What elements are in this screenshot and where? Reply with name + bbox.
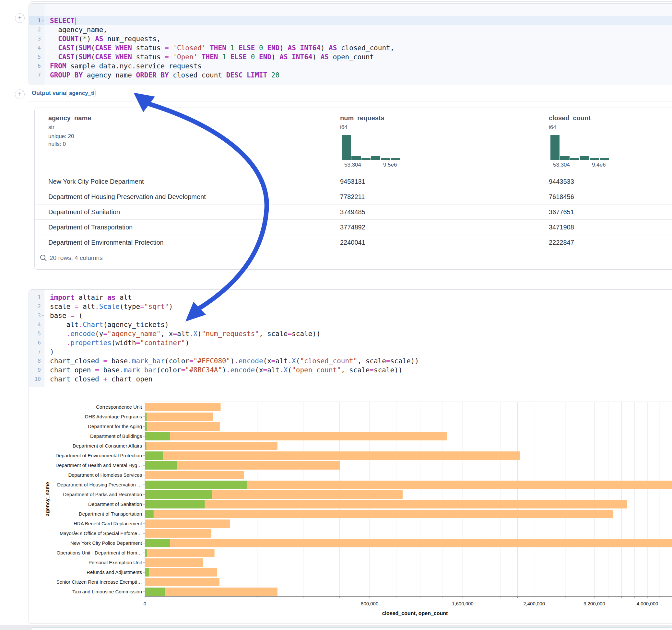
code-line[interactable]: 10chart_closed + chart_open [29,374,672,384]
code-line[interactable]: 2scale = alt.Scale(type="sqrt") [29,302,672,311]
sql-cell: 1⌄SELECT2 agency_name,3 COUNT(*) AS num_… [28,3,672,85]
table-cell[interactable]: 7782211 [340,193,365,201]
table-cell[interactable]: 3774892 [340,224,365,231]
line-number: 2 [29,25,44,34]
line-number: 8 [29,357,44,366]
code-line[interactable]: 9chart_open = base.mark_bar(color="#8BC3… [29,366,672,374]
code-line[interactable]: 1import altair as alt [29,293,672,302]
table-cell[interactable]: 7618456 [549,193,574,201]
line-number: 3⌄ [29,311,44,320]
add-cell-button-top[interactable]: + [15,13,25,23]
line-number: 10 [29,374,44,384]
row-divider [35,204,672,204]
column-histogram [550,135,609,160]
code-line[interactable]: 4 CAST(SUM(CASE WHEN status = 'Closed' T… [29,43,672,52]
text-cursor [75,18,76,25]
table-footer: 20 rows, 4 columns [50,255,103,262]
code-line[interactable]: 2 agency_name, [29,25,672,34]
previous-cell-edge [31,1,672,2]
row-divider [35,219,672,220]
code-line[interactable]: 7GROUP BY agency_name ORDER BY closed_co… [29,71,672,80]
table-cell[interactable]: 3677651 [549,209,574,216]
histogram-min-label: 53,304 [553,162,570,168]
code-line[interactable]: 5 CAST(SUM(CASE WHEN status = 'Open' THE… [29,52,672,62]
row-divider [35,189,672,189]
table-cell[interactable]: Department of Housing Preservation and D… [48,193,206,201]
table-cell[interactable]: Department of Transportation [48,224,133,231]
histogram-min-label: 53,304 [344,162,361,168]
column-histogram [342,135,400,160]
table-cell[interactable]: 9443533 [549,178,574,185]
line-number: 5 [29,52,44,62]
output-variable-bar: Output variable: agency_tickets [28,86,672,100]
row-divider [35,235,672,235]
column-header[interactable]: num_requests [340,114,384,122]
collapse-chevron-icon[interactable]: ⌄ [42,311,45,319]
line-number: 9 [29,366,44,374]
table-cell[interactable]: 2240041 [340,239,365,246]
line-number: 1⌄ [29,16,44,25]
column-stat: nulls: 0 [48,141,66,147]
line-number: 7 [29,347,44,357]
column-type: str [48,124,54,130]
code-line[interactable]: 1⌄SELECT [29,16,672,25]
python-code-editor[interactable]: 1import altair as alt2scale = alt.Scale(… [29,293,672,384]
table-cell[interactable]: 3749485 [340,209,365,216]
table-cell[interactable]: 9453131 [340,178,365,185]
code-line[interactable]: 6 .properties(width="container") [29,338,672,347]
line-number: 4 [29,320,44,329]
table-cell[interactable]: New York City Police Department [48,178,144,185]
code-line[interactable]: 3 COUNT(*) AS num_requests, [29,34,672,43]
line-number: 2 [29,302,44,311]
page-bottom-strip [0,625,672,630]
python-cell: 1import altair as alt2scale = alt.Scale(… [28,289,672,624]
column-header[interactable]: agency_name [48,114,91,122]
table-cell[interactable]: Department of Environmental Protection [48,239,164,246]
line-number: 3 [29,34,44,43]
code-line[interactable]: 6FROM sample_data.nyc.service_requests [29,62,672,71]
column-header[interactable]: closed_count [549,114,591,122]
histogram-max-label: 9.4e6 [592,162,606,168]
search-icon[interactable] [39,254,48,262]
notebook-page: + + 1⌄SELECT2 agency_name,3 COUNT(*) AS … [0,0,672,630]
result-table: 20 rows, 4 columns agency_namestrunique:… [34,107,672,270]
code-line[interactable]: 8chart_closed = base.mark_bar(color="#FF… [29,357,672,366]
code-line[interactable]: 3⌄base = ( [29,311,672,320]
sql-code-editor[interactable]: 1⌄SELECT2 agency_name,3 COUNT(*) AS num_… [29,16,672,80]
line-number: 5 [29,329,44,338]
column-type: i64 [340,124,347,130]
code-line[interactable]: 7) [29,347,672,357]
code-line[interactable]: 5 .encode(y="agency_name", x=alt.X("num_… [29,329,672,338]
histogram-max-label: 9.5e6 [383,162,397,168]
output-bar-divider [28,101,672,101]
table-cell[interactable]: 2222847 [549,239,574,246]
add-cell-button-middle[interactable]: + [15,90,25,99]
line-number: 4 [29,43,44,52]
line-number: 6 [29,338,44,347]
table-cell[interactable]: 3471908 [549,224,574,231]
row-divider [35,174,672,174]
next-cell-edge [31,627,672,630]
table-cell[interactable]: Department of Sanitation [48,209,120,216]
row-divider [35,250,672,250]
column-type: i64 [549,124,556,130]
line-number: 6 [29,62,44,71]
code-line[interactable]: 4 alt.Chart(agency_tickets) [29,320,672,329]
output-variable-pill[interactable]: agency_tickets [67,89,96,97]
line-number: 7 [29,71,44,80]
collapse-chevron-icon[interactable]: ⌄ [42,16,45,25]
column-stat: unique: 20 [48,133,74,140]
line-number: 1 [29,293,44,302]
